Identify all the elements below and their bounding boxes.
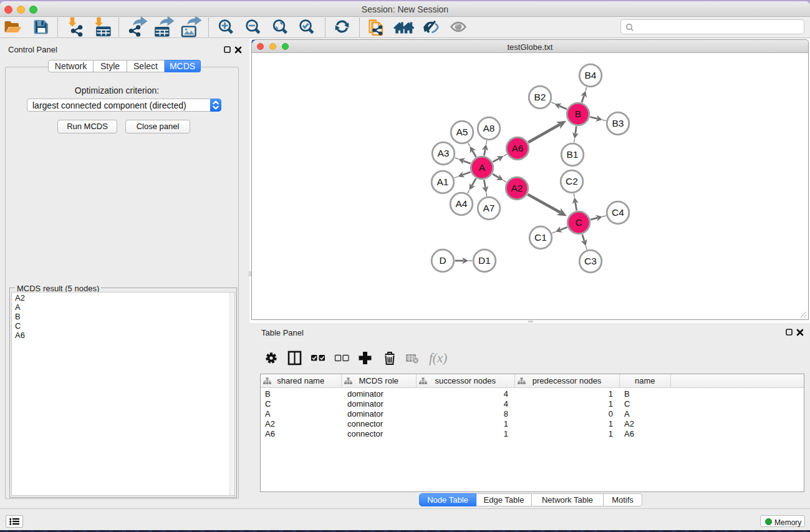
svg-text:B3: B3 xyxy=(612,118,624,128)
svg-text:B4: B4 xyxy=(585,70,597,80)
svg-text:A: A xyxy=(479,162,486,173)
svg-text:C1: C1 xyxy=(534,232,547,243)
svg-text:A6: A6 xyxy=(512,143,524,153)
svg-text:C2: C2 xyxy=(566,176,578,186)
svg-text:A1: A1 xyxy=(437,177,449,187)
svg-text:C4: C4 xyxy=(612,207,624,218)
svg-text:B1: B1 xyxy=(567,149,579,160)
svg-text:A5: A5 xyxy=(456,127,468,137)
svg-text:C: C xyxy=(575,217,582,228)
svg-text:C3: C3 xyxy=(584,256,597,266)
svg-text:A7: A7 xyxy=(483,203,495,213)
svg-text:A8: A8 xyxy=(483,123,495,133)
svg-text:D1: D1 xyxy=(478,255,491,266)
svg-text:B: B xyxy=(575,109,581,119)
svg-text:A3: A3 xyxy=(438,148,450,158)
svg-text:f(x): f(x) xyxy=(429,351,447,365)
svg-text:B2: B2 xyxy=(534,92,546,102)
svg-text:D: D xyxy=(439,255,446,266)
svg-text:A2: A2 xyxy=(511,183,523,193)
svg-text:A4: A4 xyxy=(456,198,468,209)
